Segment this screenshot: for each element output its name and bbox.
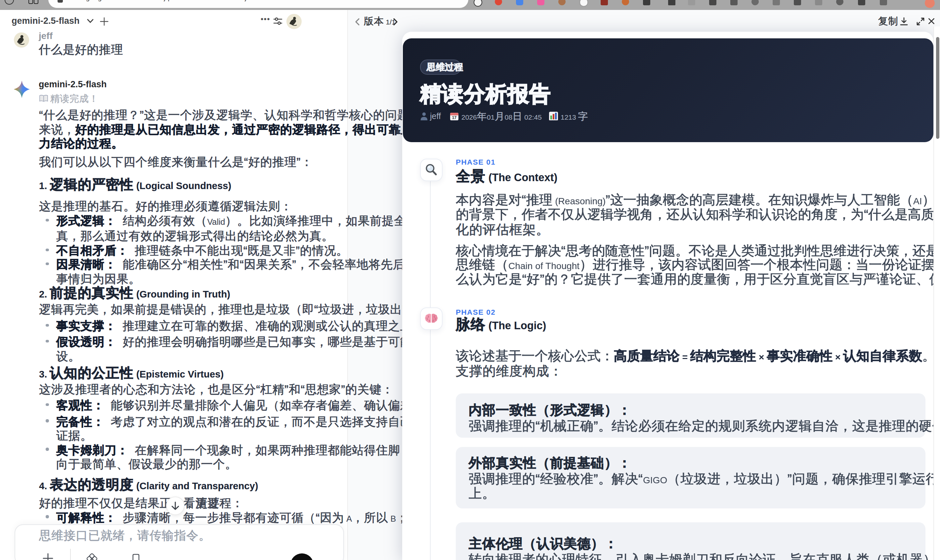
svg-text:17: 17 [452,115,457,120]
